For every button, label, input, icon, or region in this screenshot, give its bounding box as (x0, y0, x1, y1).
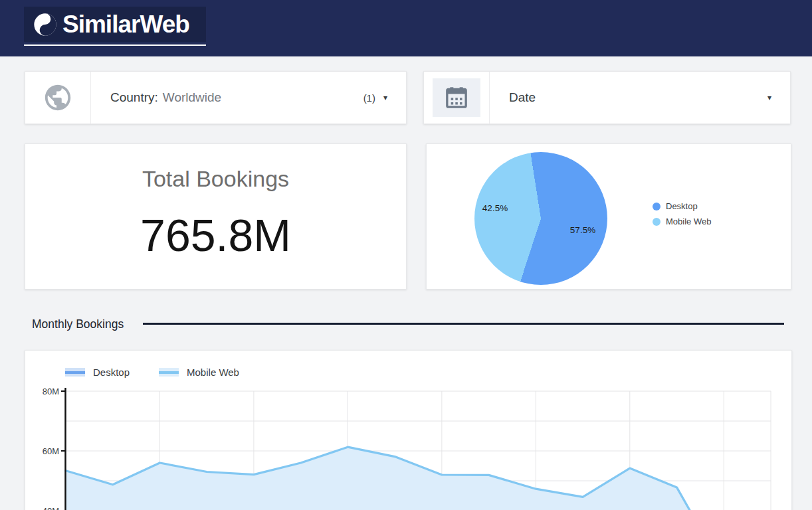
pie-slice-label-desktop: 57.5% (570, 225, 595, 235)
chevron-down-icon[interactable]: ▾ (383, 94, 387, 102)
svg-text:40M: 40M (43, 506, 59, 510)
dashboard-page: { "header": { "logo_text": "SimilarWeb" … (0, 0, 812, 510)
pie-legend-item-mobile[interactable]: Mobile Web (653, 216, 711, 226)
pie-legend: Desktop Mobile Web (653, 201, 711, 226)
globe-icon (43, 82, 73, 113)
country-filter-text: Country: Worldwide (110, 72, 221, 124)
pie-chart (474, 152, 607, 285)
legend-dot-mobile (653, 218, 660, 226)
calendar-icon-box (433, 78, 480, 117)
pie-slice-label-mobile: 42.5% (482, 203, 508, 213)
calendar-icon (443, 84, 470, 111)
country-value: Worldwide (163, 90, 221, 105)
top-nav-bar: SimilarWeb (0, 0, 812, 56)
date-filter-divider (489, 72, 490, 124)
svg-text:80M: 80M (43, 386, 59, 396)
svg-text:60M: 60M (43, 446, 59, 456)
pie-legend-item-desktop[interactable]: Desktop (653, 201, 711, 211)
globe-icon-box (25, 72, 91, 124)
logo-underline (24, 44, 206, 46)
chevron-down-icon[interactable]: ▾ (767, 94, 771, 102)
date-label: Date (509, 90, 536, 105)
pie-legend-label: Mobile Web (666, 216, 711, 226)
country-filter-right: (1) ▾ (363, 72, 387, 124)
total-bookings-card: Total Bookings 765.8M (25, 143, 407, 290)
kpi-title: Total Bookings (25, 166, 406, 192)
legend-dot-desktop (653, 203, 660, 211)
monthly-bookings-card: Desktop Mobile Web 80M60M40M (25, 350, 792, 510)
date-filter[interactable]: Date ▾ (423, 71, 791, 124)
platform-share-card: 42.5% 57.5% Desktop Mobile Web (426, 143, 791, 290)
country-filter[interactable]: Country: Worldwide (1) ▾ (25, 71, 407, 124)
section-title-monthly-bookings: Monthly Bookings (32, 317, 124, 331)
date-filter-right: ▾ (767, 72, 771, 124)
similarweb-logo[interactable]: SimilarWeb (24, 7, 206, 42)
section-divider-line (143, 323, 784, 325)
pie-legend-label: Desktop (666, 201, 698, 211)
kpi-value: 765.8M (25, 209, 406, 261)
monthly-bookings-chart: 80M60M40M (25, 351, 792, 510)
logo-text: SimilarWeb (62, 11, 189, 39)
country-count-badge: (1) (363, 92, 375, 104)
date-filter-text: Date (509, 72, 536, 124)
country-label: Country: (110, 90, 158, 105)
similarweb-logo-icon (32, 11, 58, 38)
